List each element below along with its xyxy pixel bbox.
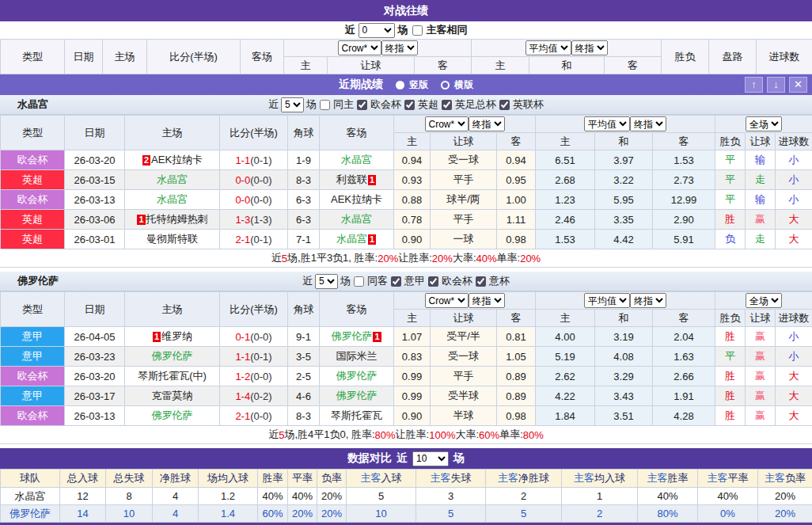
handicap-odds-cell: 平手 [431, 367, 497, 386]
handicap-odds-cell: 0.99 [394, 367, 431, 386]
corners-cell: 7-1 [288, 230, 320, 249]
competition-label: 英超 [418, 97, 438, 112]
team-name: 维罗纳 [161, 330, 192, 342]
subheader-cell: 主 [536, 310, 595, 327]
avg-select[interactable]: 平均值 [584, 293, 630, 308]
result-marker-cell: 赢 [746, 386, 776, 406]
competition-checkbox-欧会杯[interactable] [428, 276, 438, 287]
competition-checkbox-英超[interactable] [404, 100, 415, 110]
h2h-avg-final-select[interactable]: 终指 [571, 40, 608, 55]
h2h-odds-company-select[interactable]: Crow* [338, 40, 381, 55]
near-label: 近 [268, 97, 279, 112]
move-down-icon[interactable]: ↓ [767, 77, 785, 93]
h2h-count-select[interactable]: 0 [359, 23, 395, 38]
avg-odds-cell: 3.97 [595, 150, 653, 170]
same-venue-label: 同主 [333, 97, 354, 112]
subheader-cell: 让球 [431, 133, 497, 150]
h2h-odds-final-select[interactable]: 终指 [381, 40, 418, 55]
result-marker-cell: 赢 [746, 367, 776, 386]
col-score: 比分(半场) [220, 116, 288, 150]
col-corner: 角球 [288, 116, 320, 150]
compare-count-select[interactable]: 10 [412, 451, 449, 466]
home-away-prefix: 主客 [431, 472, 451, 484]
vertical-radio-icon[interactable] [396, 81, 404, 89]
handicap-odds-cell: 0.89 [497, 386, 536, 406]
compare-header-cell: 主客负率 [758, 470, 812, 488]
away-team-cell: AEK拉纳卡 [320, 190, 394, 210]
horizontal-radio-icon[interactable] [441, 81, 450, 89]
avg-odds-cell: 1.53 [653, 150, 715, 170]
compare-value-cell: 20% [317, 488, 347, 505]
result-marker-cell: 赢 [746, 327, 776, 347]
handicap-odds-cell: 1.00 [497, 190, 536, 210]
col-date: 日期 [65, 116, 125, 150]
summary-text: 近 [271, 251, 282, 265]
header-rest: 均入球 [594, 472, 625, 484]
result-marker-cell: 输 [746, 150, 776, 170]
match-date: 26-03-17 [65, 386, 125, 406]
team-name: 水晶宫 [341, 213, 372, 225]
score-cell: 1-1(0-1) [220, 150, 288, 170]
odds-company-select[interactable]: Crow* [425, 293, 469, 308]
header-rest: 入球 [381, 472, 402, 484]
same-venue-checkbox[interactable] [354, 276, 364, 287]
section-count-select[interactable]: 5 [281, 97, 304, 112]
match-date: 26-03-23 [65, 347, 125, 367]
handicap-odds-cell: 0.89 [497, 367, 536, 386]
match-date: 26-04-05 [65, 327, 125, 347]
summary-text: 单率: [497, 251, 521, 265]
competition-checkbox-意杯[interactable] [476, 276, 486, 287]
competition-checkbox-英联杯[interactable] [499, 100, 510, 110]
compare-header-cell: 主客胜率 [638, 470, 698, 488]
compare-value-cell: 0% [698, 505, 758, 523]
h2h-avg-select[interactable]: 平均值 [526, 40, 571, 55]
move-up-icon[interactable]: ↑ [745, 77, 763, 93]
home-team-cell: 1托特纳姆热刺 [125, 210, 220, 230]
odds-final-select[interactable]: 终指 [469, 293, 505, 308]
scope-select[interactable]: 全场 [746, 293, 782, 308]
handicap-odds-cell: 受平/半 [431, 327, 497, 347]
halftime-score: (0-1) [250, 234, 271, 245]
handicap-odds-cell: 1.07 [394, 327, 431, 347]
result-marker-cell: 大 [776, 230, 812, 249]
match-stats-page: 对战往绩 近 0 场 主客相同 类型日期主场比分(半场)客场Crow*终指平均值… [0, 0, 812, 525]
summary-text: 80% [375, 429, 396, 441]
scope-select[interactable]: 全场 [746, 116, 782, 131]
odds-company-select[interactable]: Crow* [425, 116, 469, 131]
avg-select[interactable]: 平均值 [584, 116, 630, 131]
avg-final-select[interactable]: 终指 [630, 293, 666, 308]
avg-odds-cell: 5.91 [653, 230, 715, 249]
matches-label: 场 [306, 97, 317, 112]
matches-label: 场 [398, 23, 408, 37]
red-card-badge: 2 [142, 155, 150, 165]
result-marker-cell: 大 [776, 406, 812, 426]
match-row: 欧会杯26-03-13佛罗伦萨2-1(0-0)8-3琴斯托霍瓦0.90半球0.9… [1, 406, 812, 426]
compare-value-cell: 10 [106, 505, 153, 523]
summary-text: 20% [432, 253, 453, 264]
section-count-select[interactable]: 5 [315, 274, 338, 289]
h2h-filter-row: 近 0 场 主客相同 [0, 21, 812, 39]
home-team-cell: 克雷莫纳 [125, 386, 220, 406]
handicap-odds-cell: 受一球 [431, 150, 497, 170]
avg-odds-cell: 3.22 [595, 170, 653, 190]
competition-checkbox-意甲[interactable] [391, 276, 401, 287]
compare-value-cell: 5 [416, 505, 486, 523]
avg-group-cell: 平均值终指 [536, 116, 715, 133]
compare-value-cell: 14 [60, 505, 106, 523]
compare-value-cell: 1.4 [199, 505, 258, 523]
same-venue-checkbox[interactable] [320, 100, 330, 110]
home-away-prefix: 主客 [708, 472, 728, 484]
scope-group-cell: 全场 [715, 116, 812, 133]
match-date: 26-03-20 [65, 367, 125, 386]
odds-group-cell: Crow*终指 [394, 116, 536, 133]
team-name: 水晶宫 [341, 154, 372, 165]
close-icon[interactable]: ✕ [789, 77, 807, 93]
compare-team-name: 佛罗伦萨 [1, 505, 60, 523]
competition-checkbox-欧会杯[interactable] [357, 100, 367, 110]
competition-checkbox-英足总杯[interactable] [442, 100, 452, 110]
odds-final-select[interactable]: 终指 [469, 116, 505, 131]
avg-final-select[interactable]: 终指 [630, 116, 666, 131]
team-name: 佛罗伦萨 [336, 390, 378, 401]
same-home-away-checkbox[interactable] [412, 25, 423, 36]
compare-header-cell: 主客平率 [698, 470, 758, 488]
